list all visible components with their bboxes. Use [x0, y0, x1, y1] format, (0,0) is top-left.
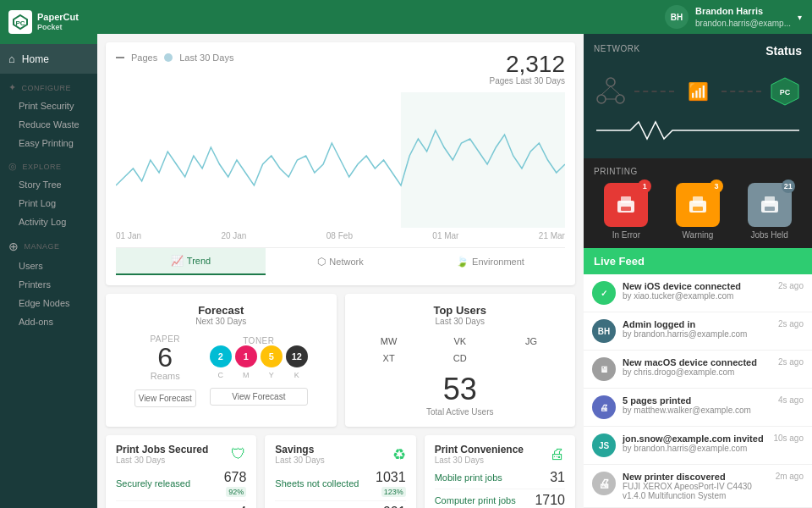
home-icon: ⌂ [8, 52, 15, 65]
user-tag-xt: XT [355, 351, 423, 365]
print-jobs-secured-card: Print Jobs Secured Last 30 Days 🛡 Secure… [106, 435, 256, 508]
trend-icon: 📈 [171, 255, 184, 267]
feed-item-pages-printed: 🖨 5 pages printed by matthew.walker@exam… [584, 389, 812, 427]
feed-item-printer-discovered: 🖨 New printer discovered FUJI XEROX Apeo… [584, 465, 812, 508]
explore-icon: ◎ [8, 161, 18, 172]
svg-rect-18 [765, 196, 775, 203]
shield-icon: 🛡 [231, 445, 246, 463]
toner-k: 12 [286, 345, 308, 367]
stat-item: Computer print jobs 1710 [435, 489, 565, 508]
chevron-down-icon[interactable]: ▾ [798, 13, 802, 22]
svg-rect-12 [621, 196, 631, 203]
view-forecast-toner-button[interactable]: View Forecast [210, 388, 308, 406]
legend-pages-icon [116, 57, 124, 58]
svg-rect-19 [765, 207, 775, 211]
computer-print-link[interactable]: Computer print jobs [435, 495, 516, 505]
svg-rect-2 [401, 92, 565, 228]
user-tag-vk: VK [426, 334, 494, 348]
feed-item-admin: BH Admin logged in by brandon.harris@exa… [584, 312, 812, 351]
printer-state-held: 21 Jobs Held [748, 183, 792, 240]
sidebar-item-users[interactable]: Users [0, 257, 97, 275]
sidebar-item-print-log[interactable]: Print Log [0, 194, 97, 213]
svg-line-7 [611, 86, 620, 95]
savings-icon: ♻ [392, 445, 406, 464]
legend-30days-icon [164, 53, 173, 62]
sidebar-item-home[interactable]: ⌂ Home [0, 44, 97, 74]
network-icon: ⬡ [317, 256, 326, 268]
printer-states: 1 In Error [594, 183, 802, 240]
chart-legend: Pages Last 30 Days [116, 52, 233, 63]
stat-cards-row: Print Jobs Secured Last 30 Days 🛡 Secure… [106, 435, 575, 508]
toner-circles: 2 1 5 12 [210, 345, 308, 367]
tab-trend[interactable]: 📈 Trend [116, 248, 266, 275]
view-forecast-paper-button[interactable]: View Forecast [134, 389, 196, 407]
feed-avatar-macos: 🖥 [592, 357, 616, 381]
print-convenience-icon: 🖨 [550, 445, 565, 463]
sidebar-item-print-security[interactable]: Print Security [0, 97, 97, 115]
sidebar: PC PaperCut Pocket ⌂ Home ✦ CONFIGURE Pr… [0, 0, 97, 508]
sidebar-item-add-ons[interactable]: Add-ons [0, 312, 97, 331]
warning-badge: 3 [710, 179, 723, 193]
sidebar-item-edge-nodes[interactable]: Edge Nodes [0, 294, 97, 312]
user-tag-cd: CD [426, 351, 494, 365]
topbar: BH Brandon Harris brandon.harris@examp..… [97, 0, 812, 34]
top-users-grid: MW VK JG XT CD [355, 334, 566, 365]
stat-item: Sheets not collected 1031 123% [275, 467, 405, 501]
user-tag-mw: MW [355, 334, 423, 348]
chart-total: 2,312 Pages Last 30 Days [490, 52, 566, 86]
configure-icon: ✦ [8, 82, 17, 93]
svg-rect-16 [693, 207, 703, 211]
sidebar-item-activity-log[interactable]: Activity Log [0, 213, 97, 231]
stat-item: Unreleased (timed-out) 4 [116, 501, 246, 508]
feed-content: New iOS device connected by xiao.tucker@… [623, 281, 771, 301]
error-badge: 1 [638, 179, 651, 193]
held-badge: 21 [782, 179, 795, 193]
network-nodes-icon [594, 75, 628, 108]
mobile-print-link[interactable]: Mobile print jobs [435, 472, 502, 483]
tab-network[interactable]: ⬡ Network [266, 248, 415, 275]
printing-status: PRINTING 1 [584, 158, 812, 248]
explore-section: ◎ EXPLORE [0, 152, 97, 175]
live-feed: Live Feed ✓ New iOS device connected by … [584, 248, 812, 508]
feed-content: 5 pages printed by matthew.walker@exampl… [623, 395, 771, 415]
securely-released-link[interactable]: Securely released [116, 478, 190, 489]
manage-section: ⊕ MANAGE [0, 231, 97, 257]
total-active-users: 53 Total Active Users [355, 372, 566, 417]
net-dashes-right [721, 91, 761, 92]
feed-avatar-print: 🖨 [592, 395, 616, 419]
stat-item: Converted to 2-sided 901 [275, 501, 405, 508]
svg-point-5 [616, 95, 624, 103]
svg-text:PC: PC [15, 19, 25, 27]
sidebar-item-reduce-waste[interactable]: Reduce Waste [0, 115, 97, 134]
toner-m: 1 [235, 345, 257, 367]
feed-item-macos: 🖥 New macOS device connected by chris.dr… [584, 351, 812, 389]
feed-content: jon.snow@example.com invited by brandon.… [623, 433, 766, 453]
sheets-not-collected-link[interactable]: Sheets not collected [275, 478, 359, 489]
sidebar-item-easy-printing[interactable]: Easy Printing [0, 134, 97, 152]
feed-content: New macOS device connected by chris.drog… [623, 357, 771, 377]
printer-state-warning: 3 Warning [676, 183, 720, 240]
sidebar-item-printers[interactable]: Printers [0, 275, 97, 294]
center-panel: Pages Last 30 Days 2,312 Pages Last 30 D… [97, 34, 584, 508]
svg-rect-13 [621, 207, 631, 211]
leaf-icon: 🍃 [456, 256, 469, 268]
user-tag-jg: JG [497, 334, 565, 348]
savings-card: Savings Last 30 Days ♻ Sheets not collec… [265, 435, 415, 508]
stat-item: Mobile print jobs 31 [435, 467, 565, 489]
feed-avatar-printer: 🖨 [592, 472, 616, 495]
forecast-toner: TONER 2 1 5 12 C M Y K [210, 336, 308, 406]
manage-icon: ⊕ [8, 240, 19, 253]
user-info: Brandon Harris brandon.harris@examp... [695, 5, 791, 28]
tab-environment[interactable]: 🍃 Environment [415, 248, 565, 275]
chart-card: Pages Last 30 Days 2,312 Pages Last 30 D… [106, 42, 575, 285]
feed-avatar-invited: JS [592, 433, 616, 457]
chart-area [116, 92, 565, 228]
status-card: NETWORK Status [584, 34, 812, 158]
sidebar-item-story-tree[interactable]: Story Tree [0, 175, 97, 194]
print-convenience-card: Print Convenience Last 30 Days 🖨 Mobile … [425, 435, 575, 508]
svg-rect-15 [693, 196, 703, 203]
top-users-card: Top Users Last 30 Days MW VK JG XT CD 53… [345, 294, 576, 427]
logo-text: PaperCut Pocket [37, 12, 79, 32]
printer-state-error: 1 In Error [604, 183, 648, 240]
svg-point-3 [606, 78, 615, 86]
